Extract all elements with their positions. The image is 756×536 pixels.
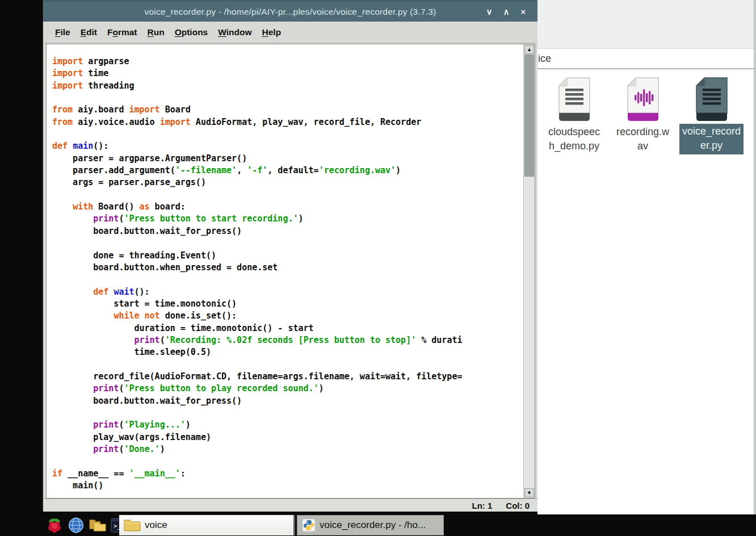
code-line: play_wav(args.filename) bbox=[52, 432, 523, 443]
scroll-up-button[interactable]: ▲ bbox=[524, 45, 534, 54]
code-line: def wait(): bbox=[52, 286, 523, 298]
file-label: voice_recorder.py bbox=[679, 124, 744, 154]
code-line: print('Press button to start recording.'… bbox=[52, 213, 523, 225]
file-item-cloudspeech_demo.py[interactable]: cloudspeech_demo.py bbox=[540, 77, 608, 153]
code-line: print('Done.') bbox=[52, 443, 523, 455]
code-line bbox=[52, 407, 523, 419]
taskbar: >_ voice voice_recorder.py - /ho... bbox=[0, 514, 756, 536]
code-line: time.sleep(0.5) bbox=[52, 346, 523, 358]
window-controls: ∨∧× bbox=[481, 2, 532, 22]
status-bar: Ln: 1 Col: 0 bbox=[43, 499, 537, 512]
code-line: start = time.monotonic() bbox=[52, 298, 523, 310]
address-bar[interactable]: ice bbox=[537, 49, 754, 69]
python-icon bbox=[302, 518, 316, 532]
code-line bbox=[52, 237, 523, 249]
code-area[interactable]: import argparseimport timeimport threadi… bbox=[47, 44, 523, 498]
code-line: from aiy.voice.audio import AudioFormat,… bbox=[52, 116, 523, 128]
code-line: with Board() as board: bbox=[52, 201, 523, 213]
code-line bbox=[52, 92, 523, 104]
code-line: duration = time.monotonic() - start bbox=[52, 323, 523, 334]
code-line bbox=[52, 189, 523, 201]
taskbar-item-label: voice bbox=[145, 520, 167, 531]
code-line: from aiy.board import Board bbox=[52, 104, 523, 116]
menu-options[interactable]: Options bbox=[170, 25, 213, 40]
code-line: import threading bbox=[52, 80, 523, 92]
taskbar-item-label: voice_recorder.py - /ho... bbox=[320, 520, 426, 531]
code-line: if __name__ == '__main__': bbox=[52, 468, 523, 480]
file-list-area[interactable]: cloudspeech_demo.py recording.wav voice_… bbox=[537, 69, 754, 512]
code-line: board.button.when_pressed = done.set bbox=[52, 262, 523, 274]
code-line: record_file(AudioFormat.CD, filename=arg… bbox=[52, 371, 523, 383]
code-line bbox=[52, 359, 523, 371]
python-doc-icon bbox=[557, 77, 592, 123]
code-line: while not done.is_set(): bbox=[52, 310, 523, 322]
file-label: recording.wav bbox=[616, 125, 669, 153]
menu-edit[interactable]: Edit bbox=[75, 25, 102, 40]
code-line: board.button.wait_for_press() bbox=[52, 395, 523, 407]
file-item-recording.wav[interactable]: recording.wav bbox=[608, 77, 677, 153]
code-line: parser.add_argument('--filename', '-f', … bbox=[52, 165, 523, 177]
raspberry-menu-icon[interactable] bbox=[45, 516, 64, 534]
folder-icon bbox=[124, 518, 141, 532]
title-bar[interactable]: voice_recorder.py - /home/pi/AIY-pr...pl… bbox=[43, 0, 537, 22]
status-col-indicator: Col: 0 bbox=[506, 501, 530, 510]
menu-window[interactable]: Window bbox=[213, 25, 257, 40]
vertical-scrollbar[interactable]: ▲ ▼ bbox=[523, 44, 535, 498]
code-line bbox=[52, 455, 523, 467]
code-line: board.button.wait_for_press() bbox=[52, 225, 523, 237]
file-manager-icon[interactable] bbox=[89, 516, 107, 534]
close-button[interactable]: × bbox=[515, 7, 532, 16]
editor-frame: import argparseimport timeimport threadi… bbox=[46, 44, 535, 499]
code-line: import argparse bbox=[52, 56, 523, 68]
menu-bar: FileEditFormatRunOptionsWindowHelp bbox=[43, 22, 537, 43]
audio-doc-icon bbox=[625, 77, 661, 123]
minimize-button[interactable]: ∨ bbox=[481, 7, 498, 17]
web-browser-icon[interactable] bbox=[67, 516, 85, 534]
address-path-text: ice bbox=[538, 53, 551, 65]
code-line: parser = argparse.ArgumentParser() bbox=[52, 153, 523, 165]
menu-file[interactable]: File bbox=[50, 25, 75, 40]
maximize-button[interactable]: ∧ bbox=[498, 7, 515, 17]
code-line: args = parser.parse_args() bbox=[52, 177, 523, 189]
scroll-down-button[interactable]: ▼ bbox=[524, 488, 534, 497]
status-line-indicator: Ln: 1 bbox=[472, 501, 492, 510]
menu-help[interactable]: Help bbox=[257, 25, 287, 40]
menu-run[interactable]: Run bbox=[142, 25, 170, 40]
code-line: print('Press button to play recorded sou… bbox=[52, 383, 523, 395]
python-doc-icon bbox=[694, 77, 729, 123]
window-title: voice_recorder.py - /home/pi/AIY-pr...pl… bbox=[145, 7, 436, 17]
code-line bbox=[52, 128, 523, 140]
code-line: print('Recording: %.02f seconds [Press b… bbox=[52, 334, 523, 346]
scrollbar-thumb[interactable] bbox=[524, 55, 534, 177]
file-item-voice_recorder.py[interactable]: voice_recorder.py bbox=[677, 77, 746, 154]
file-manager-toolbar bbox=[537, 0, 754, 49]
idle-editor-window: voice_recorder.py - /home/pi/AIY-pr...pl… bbox=[43, 0, 537, 512]
code-line: import time bbox=[52, 68, 523, 79]
taskbar-item-voice-folder[interactable]: voice bbox=[119, 515, 295, 535]
file-manager-window: ice cloudspeech_demo.py recording.wav vo… bbox=[537, 0, 756, 514]
taskbar-item-idle-editor[interactable]: voice_recorder.py - /ho... bbox=[297, 515, 444, 535]
menu-format[interactable]: Format bbox=[102, 25, 142, 40]
file-label: cloudspeech_demo.py bbox=[548, 125, 600, 153]
code-line: print('Playing...') bbox=[52, 419, 523, 431]
code-line bbox=[52, 274, 523, 286]
code-line: def main(): bbox=[52, 140, 523, 152]
launcher-icons: >_ bbox=[45, 516, 128, 535]
code-line: done = threading.Event() bbox=[52, 250, 523, 262]
code-line: main() bbox=[52, 480, 523, 492]
file-row: cloudspeech_demo.py recording.wav voice_… bbox=[540, 77, 746, 154]
